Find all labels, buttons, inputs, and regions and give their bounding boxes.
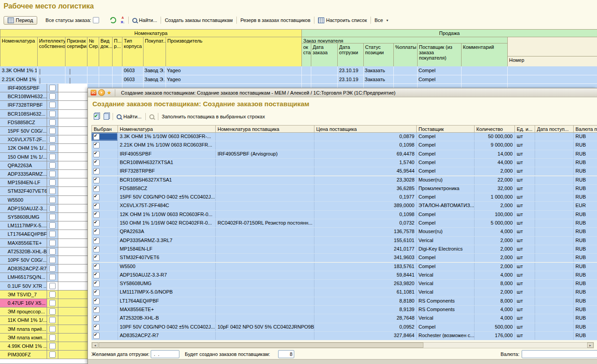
- horizontal-scrollbar[interactable]: ◄ ►: [92, 342, 594, 348]
- column-header[interactable]: Комментарий: [462, 43, 508, 67]
- list-item-checkbox-cell[interactable]: [47, 256, 58, 264]
- row-selected-checkbox[interactable]: [93, 255, 100, 261]
- list-item-checkbox[interactable]: [49, 222, 56, 229]
- column-header[interactable]: Тип корпуса: [122, 37, 144, 67]
- row-selected-checkbox[interactable]: [93, 324, 100, 330]
- list-item[interactable]: ЭМ процессор...: [0, 308, 87, 316]
- column-header[interactable]: %оплаты: [394, 43, 418, 67]
- all-dropdown[interactable]: Все ▼: [372, 17, 391, 24]
- list-item-checkbox[interactable]: [49, 283, 56, 289]
- list-item[interactable]: 12K OHM 1% 1/...: [0, 144, 87, 152]
- dialog-table-row[interactable]: QPA2263A136,7578Mouser(ru)4,000штRUB: [92, 228, 597, 236]
- period-button[interactable]: Период: [4, 16, 37, 25]
- list-item-checkbox-cell[interactable]: [47, 239, 58, 247]
- dialog-table-row[interactable]: AT25320B-XHL-B28,7648Verical4,000штRUB: [92, 314, 597, 323]
- desired-ship-date-input[interactable]: [151, 350, 179, 358]
- scrollbar-thumb[interactable]: [99, 342, 423, 348]
- column-group-sale[interactable]: Продажа: [302, 30, 597, 37]
- column-header[interactable]: Производитель: [166, 37, 302, 67]
- list-item-checkbox[interactable]: [49, 214, 56, 220]
- row-selected-checkbox[interactable]: [93, 290, 100, 296]
- dialog-column-header[interactable]: Ед. и...: [515, 125, 535, 133]
- list-item[interactable]: SY58608UMG: [0, 213, 87, 221]
- row-selected-checkbox[interactable]: [93, 272, 100, 278]
- create-supplier-orders-button[interactable]: Создать заказы поставщикам: [162, 17, 235, 24]
- row-selected-checkbox[interactable]: [93, 186, 100, 192]
- row-selected-checkbox[interactable]: [93, 168, 100, 174]
- window-menu-button[interactable]: ▼: [98, 89, 105, 96]
- list-item[interactable]: W5500: [0, 196, 87, 204]
- list-item-checkbox[interactable]: [49, 162, 56, 169]
- list-item-checkbox-cell[interactable]: [47, 135, 58, 144]
- row-selected-checkbox[interactable]: [93, 298, 100, 304]
- list-item[interactable]: MAX8556ETE+: [0, 239, 87, 247]
- list-item-checkbox[interactable]: [49, 300, 56, 306]
- list-item-checkbox[interactable]: [49, 317, 56, 323]
- check-all-button[interactable]: ✔: [92, 113, 101, 121]
- dialog-table-row[interactable]: IRF4905SPBFIRF4905SPBF (Arvisgroup)69,44…: [92, 150, 597, 159]
- dialog-column-header[interactable]: Дата поступ...: [535, 125, 574, 133]
- column-header[interactable]: Номенклатура: [0, 37, 38, 67]
- list-item-checkbox-cell[interactable]: [47, 316, 58, 325]
- list-item-checkbox-cell[interactable]: [47, 273, 58, 282]
- list-item-checkbox-cell[interactable]: [47, 213, 58, 221]
- list-item-checkbox[interactable]: [49, 240, 56, 246]
- selected-checkbox-cell[interactable]: [92, 263, 118, 271]
- list-item[interactable]: 0.1UF 50V X7R ...: [0, 282, 87, 290]
- list-item[interactable]: ADP150AUJZ-3...: [0, 204, 87, 213]
- row-selected-checkbox[interactable]: [93, 220, 100, 226]
- list-item-checkbox[interactable]: [49, 128, 56, 134]
- list-item[interactable]: 10PF 50V C0G/...: [0, 256, 87, 264]
- list-item-checkbox[interactable]: [49, 145, 56, 151]
- list-item-checkbox[interactable]: [49, 351, 56, 358]
- list-item-checkbox[interactable]: [49, 188, 56, 194]
- list-item-checkbox-cell[interactable]: [47, 110, 58, 118]
- selected-checkbox-cell[interactable]: [92, 271, 118, 279]
- dialog-table-row[interactable]: SY58608UMG263,9820Verical8,000штRUB: [92, 280, 597, 288]
- row-selected-checkbox[interactable]: [93, 281, 100, 287]
- selected-checkbox-cell[interactable]: [92, 150, 118, 158]
- list-item[interactable]: FDS8858CZ: [0, 118, 87, 127]
- list-item-checkbox-cell[interactable]: [47, 247, 58, 256]
- list-item-checkbox-cell[interactable]: [47, 282, 58, 290]
- selected-checkbox-cell[interactable]: [92, 237, 118, 245]
- dialog-table-row[interactable]: FDS8858CZ36,6285Промэлектроника32,000штR…: [92, 185, 597, 193]
- row-selected-checkbox[interactable]: [93, 134, 100, 140]
- column-header[interactable]: ок ставки: [302, 43, 311, 67]
- list-item[interactable]: STM32F407VET6: [0, 187, 87, 195]
- dialog-table-row[interactable]: BCR108SH6327XTSA123,3028Mouser(ru)22,000…: [92, 176, 597, 185]
- list-item-checkbox[interactable]: [49, 102, 56, 108]
- dialog-table-row[interactable]: MP1584EN-LF241,0177Digi-Key Electronics2…: [92, 245, 597, 254]
- row-selected-checkbox[interactable]: [93, 333, 100, 339]
- row-selected-checkbox[interactable]: [93, 177, 100, 183]
- selected-checkbox-cell[interactable]: [92, 167, 118, 175]
- row-selected-checkbox[interactable]: [93, 212, 100, 218]
- list-item[interactable]: ЭМ TSVID_7: [0, 290, 87, 299]
- list-item-checkbox-cell[interactable]: [47, 221, 58, 230]
- row-selected-checkbox[interactable]: [93, 315, 100, 321]
- fill-supplier-button[interactable]: Заполнить поставщика в выбранных строках: [160, 113, 267, 120]
- list-item-checkbox-cell[interactable]: [47, 84, 58, 92]
- selected-checkbox-cell[interactable]: [92, 133, 118, 141]
- list-item[interactable]: ADP3335ARMZ...: [0, 170, 87, 178]
- row-selected-checkbox[interactable]: [93, 160, 100, 166]
- column-header[interactable]: № Сер...: [87, 37, 99, 67]
- list-item-checkbox[interactable]: [49, 93, 56, 100]
- dialog-table-row[interactable]: LM1117IMPX-5.0/NOPB61,1081Verical2,000шт…: [92, 288, 597, 297]
- selected-checkbox-cell[interactable]: [92, 219, 118, 227]
- list-item-checkbox[interactable]: [49, 205, 56, 212]
- orders-count-input[interactable]: [278, 350, 294, 358]
- scroll-left-arrow[interactable]: ◄: [92, 342, 98, 348]
- list-item-checkbox-cell[interactable]: [47, 196, 58, 204]
- row-selected-checkbox[interactable]: [93, 142, 100, 148]
- dialog-table-row[interactable]: 3.3K OHM 1% 1/10W 0603 RC0603FR-...0,087…: [92, 133, 597, 141]
- list-item-checkbox-cell[interactable]: [47, 187, 58, 195]
- list-item-checkbox[interactable]: [49, 334, 56, 341]
- list-item[interactable]: LM1117IMPX-5....: [0, 221, 87, 230]
- list-item-checkbox-cell[interactable]: [47, 290, 58, 299]
- list-item[interactable]: MP1584EN-LF: [0, 178, 87, 187]
- list-item[interactable]: 11K OHM 1% 1/...: [0, 316, 87, 325]
- list-item-checkbox-cell[interactable]: [47, 178, 58, 187]
- list-item-checkbox[interactable]: [49, 343, 56, 349]
- selected-checkbox-cell[interactable]: [92, 314, 118, 322]
